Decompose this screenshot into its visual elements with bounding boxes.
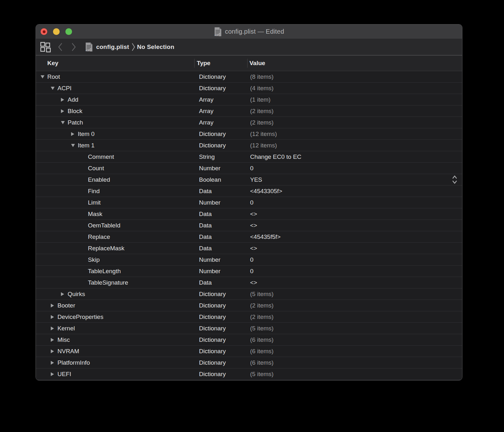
up-down-chevrons-icon	[452, 175, 458, 185]
disclosure-triangle-icon[interactable]	[51, 372, 54, 376]
type-cell: Dictionary	[194, 359, 247, 366]
disclosure-triangle-icon[interactable]	[51, 315, 54, 319]
indent-spacer	[81, 179, 88, 180]
type-cell: Dictionary	[194, 314, 247, 321]
value-cell: (2 items)	[247, 119, 462, 126]
value-label: (2 items)	[250, 302, 274, 309]
table-row[interactable]: DevicePropertiesDictionary(2 items)	[36, 311, 462, 323]
indent-spacer	[81, 214, 88, 214]
table-row[interactable]: BlockArray(2 items)	[36, 105, 462, 117]
table-row[interactable]: LimitNumber0	[36, 197, 462, 208]
key-label: DeviceProperties	[57, 314, 103, 321]
table-row[interactable]: Item 0Dictionary(12 items)	[36, 128, 462, 140]
table-row[interactable]: ReplaceData<45435f5f>	[36, 231, 462, 243]
related-items-button[interactable]	[40, 42, 51, 52]
type-cell: String	[194, 153, 247, 160]
value-label: <>	[250, 279, 257, 286]
value-label: 0	[250, 199, 254, 206]
plist-document-icon: PLIST	[214, 27, 222, 37]
table-row[interactable]: TableSignatureData<>	[36, 277, 462, 288]
close-button[interactable]	[41, 28, 47, 35]
value-label: (2 items)	[250, 119, 274, 126]
table-row[interactable]: KernelDictionary(5 items)	[36, 323, 462, 334]
disclosure-triangle-icon[interactable]	[61, 292, 64, 296]
indent-spacer	[81, 248, 88, 248]
forward-button[interactable]	[71, 43, 76, 51]
value-cell: (5 items)	[247, 291, 462, 298]
back-button[interactable]	[58, 43, 63, 51]
table-row[interactable]: ReplaceMaskData<>	[36, 243, 462, 254]
indent-spacer	[81, 191, 88, 191]
value-label: (5 items)	[250, 371, 274, 378]
value-label: <>	[250, 245, 257, 252]
column-header-key: Key	[36, 60, 194, 67]
key-label: Booter	[57, 302, 75, 309]
type-cell: Array	[194, 108, 247, 115]
table-row[interactable]: OemTableIdData<>	[36, 220, 462, 231]
value-cell: Change EC0 to EC	[247, 153, 462, 160]
table-row[interactable]: Item 1Dictionary(12 items)	[36, 140, 462, 151]
breadcrumb-file-item[interactable]: PLIST config.plist	[85, 42, 129, 52]
key-label: NVRAM	[57, 348, 79, 355]
key-label: Kernel	[57, 325, 75, 332]
table-row[interactable]: RootDictionary(8 items)	[36, 71, 462, 83]
value-cell: (2 items)	[247, 302, 462, 309]
disclosure-triangle-icon[interactable]	[51, 349, 54, 353]
key-label: Replace	[88, 233, 110, 240]
table-row[interactable]: ACPIDictionary(4 items)	[36, 83, 462, 94]
type-cell: Dictionary	[194, 302, 247, 309]
type-cell: Data	[194, 233, 247, 240]
table-row[interactable]: MiscDictionary(6 items)	[36, 334, 462, 346]
column-divider[interactable]	[247, 59, 248, 68]
table-row[interactable]: TableLengthNumber0	[36, 266, 462, 277]
table-row[interactable]: FindData<4543305f>	[36, 186, 462, 197]
disclosure-triangle-icon[interactable]	[71, 132, 74, 136]
disclosure-triangle-icon[interactable]	[51, 338, 54, 342]
type-cell: Dictionary	[194, 291, 247, 298]
table-row[interactable]: MaskData<>	[36, 208, 462, 220]
table-row[interactable]: UEFIDictionary(5 items)	[36, 368, 462, 380]
minimize-button[interactable]	[53, 28, 60, 35]
title-bar[interactable]: PLIST config.plist — Edited	[36, 24, 462, 39]
disclosure-triangle-icon[interactable]	[51, 87, 55, 90]
disclosure-triangle-icon[interactable]	[51, 327, 54, 330]
disclosure-triangle-icon[interactable]	[41, 75, 44, 78]
table-row[interactable]: PatchArray(2 items)	[36, 117, 462, 128]
zoom-button[interactable]	[65, 28, 72, 35]
indent-spacer	[81, 225, 88, 226]
value-label: <45435f5f>	[250, 233, 281, 240]
table-row[interactable]: QuirksDictionary(5 items)	[36, 288, 462, 300]
disclosure-triangle-icon[interactable]	[71, 144, 75, 147]
type-cell: Data	[194, 279, 247, 286]
type-cell: Dictionary	[194, 371, 247, 378]
disclosure-triangle-icon[interactable]	[61, 121, 65, 124]
column-divider[interactable]	[194, 59, 195, 68]
disclosure-triangle-icon[interactable]	[61, 109, 64, 113]
boolean-stepper[interactable]	[452, 175, 458, 185]
breadcrumb-selection-item[interactable]: No Selection	[137, 44, 174, 51]
disclosure-triangle-icon[interactable]	[61, 98, 64, 102]
key-cell: Skip	[36, 256, 194, 263]
value-cell: (12 items)	[247, 131, 462, 138]
type-cell: Data	[194, 222, 247, 229]
key-cell: Misc	[36, 336, 194, 343]
value-label: <4543305f>	[250, 188, 282, 195]
table-row[interactable]: PlatformInfoDictionary(6 items)	[36, 357, 462, 368]
table-row[interactable]: AddArray(1 item)	[36, 94, 462, 105]
table-row[interactable]: CommentStringChange EC0 to EC	[36, 151, 462, 163]
value-cell: (5 items)	[247, 371, 462, 378]
plist-document-icon: PLIST	[85, 42, 93, 52]
indent-spacer	[81, 202, 88, 203]
key-cell: NVRAM	[36, 348, 194, 355]
table-row[interactable]: EnabledBooleanYES	[36, 174, 462, 186]
key-label: PlatformInfo	[57, 359, 90, 366]
table-row[interactable]: SkipNumber0	[36, 254, 462, 266]
value-label: (8 items)	[250, 73, 274, 80]
table-row[interactable]: NVRAMDictionary(6 items)	[36, 346, 462, 357]
edited-dot-icon	[43, 30, 45, 33]
disclosure-triangle-icon[interactable]	[51, 361, 54, 365]
disclosure-triangle-icon[interactable]	[51, 304, 54, 307]
table-row[interactable]: CountNumber0	[36, 163, 462, 174]
key-cell: UEFI	[36, 371, 194, 378]
table-row[interactable]: BooterDictionary(2 items)	[36, 300, 462, 311]
